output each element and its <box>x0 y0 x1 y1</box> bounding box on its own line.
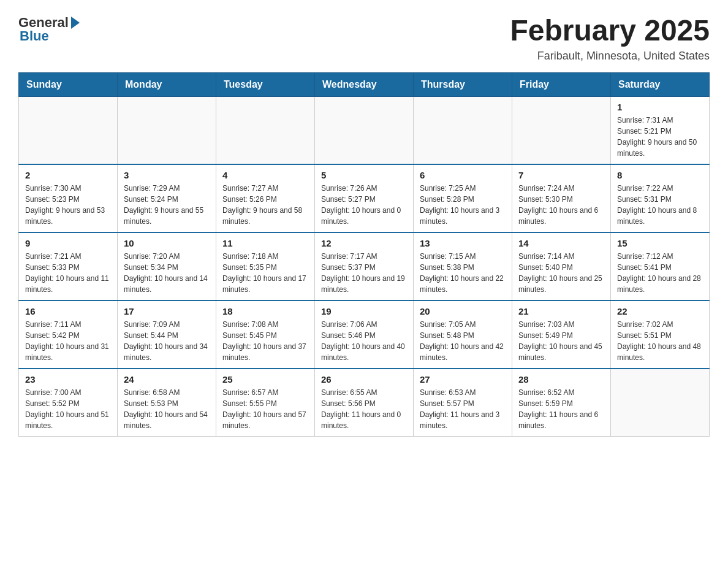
day-info: Sunrise: 6:52 AMSunset: 5:59 PMDaylight:… <box>518 387 604 431</box>
day-info: Sunrise: 7:26 AMSunset: 5:27 PMDaylight:… <box>321 183 407 227</box>
calendar-cell: 7Sunrise: 7:24 AMSunset: 5:30 PMDaylight… <box>512 164 611 232</box>
calendar-week-row: 16Sunrise: 7:11 AMSunset: 5:42 PMDayligh… <box>19 301 710 369</box>
calendar-cell <box>118 96 216 164</box>
day-info: Sunrise: 7:02 AMSunset: 5:51 PMDaylight:… <box>617 319 703 363</box>
calendar-cell: 15Sunrise: 7:12 AMSunset: 5:41 PMDayligh… <box>611 232 710 301</box>
day-number: 16 <box>25 306 111 316</box>
logo-arrow-icon <box>71 17 80 29</box>
calendar-cell: 9Sunrise: 7:21 AMSunset: 5:33 PMDaylight… <box>19 232 118 301</box>
day-info: Sunrise: 7:05 AMSunset: 5:48 PMDaylight:… <box>420 319 506 363</box>
day-number: 14 <box>518 238 604 248</box>
day-number: 17 <box>124 306 210 316</box>
calendar-cell: 6Sunrise: 7:25 AMSunset: 5:28 PMDaylight… <box>414 164 512 232</box>
day-info: Sunrise: 6:53 AMSunset: 5:57 PMDaylight:… <box>420 387 506 431</box>
day-number: 9 <box>25 238 111 248</box>
calendar-cell: 25Sunrise: 6:57 AMSunset: 5:55 PMDayligh… <box>216 369 315 437</box>
day-of-week-header: Tuesday <box>216 72 315 96</box>
calendar-cell: 3Sunrise: 7:29 AMSunset: 5:24 PMDaylight… <box>118 164 216 232</box>
day-info: Sunrise: 7:30 AMSunset: 5:23 PMDaylight:… <box>25 183 111 227</box>
calendar-cell: 27Sunrise: 6:53 AMSunset: 5:57 PMDayligh… <box>414 369 512 437</box>
day-info: Sunrise: 7:08 AMSunset: 5:45 PMDaylight:… <box>222 319 308 363</box>
calendar-cell: 17Sunrise: 7:09 AMSunset: 5:44 PMDayligh… <box>118 301 216 369</box>
day-number: 2 <box>25 170 111 180</box>
day-of-week-header: Sunday <box>19 72 118 96</box>
calendar-table: SundayMondayTuesdayWednesdayThursdayFrid… <box>18 72 710 437</box>
logo: General Blue <box>18 15 80 44</box>
calendar-week-row: 2Sunrise: 7:30 AMSunset: 5:23 PMDaylight… <box>19 164 710 232</box>
day-info: Sunrise: 7:29 AMSunset: 5:24 PMDaylight:… <box>124 183 210 227</box>
calendar-cell: 8Sunrise: 7:22 AMSunset: 5:31 PMDaylight… <box>611 164 710 232</box>
calendar-header-row: SundayMondayTuesdayWednesdayThursdayFrid… <box>19 72 710 96</box>
day-number: 13 <box>420 238 506 248</box>
day-info: Sunrise: 7:12 AMSunset: 5:41 PMDaylight:… <box>617 251 703 295</box>
day-of-week-header: Thursday <box>414 72 512 96</box>
calendar-cell <box>19 96 118 164</box>
day-info: Sunrise: 7:20 AMSunset: 5:34 PMDaylight:… <box>124 251 210 295</box>
calendar-cell: 4Sunrise: 7:27 AMSunset: 5:26 PMDaylight… <box>216 164 315 232</box>
calendar-cell: 5Sunrise: 7:26 AMSunset: 5:27 PMDaylight… <box>315 164 414 232</box>
day-number: 1 <box>617 102 703 112</box>
calendar-cell: 24Sunrise: 6:58 AMSunset: 5:53 PMDayligh… <box>118 369 216 437</box>
day-of-week-header: Friday <box>512 72 611 96</box>
day-of-week-header: Saturday <box>611 72 710 96</box>
calendar-cell: 10Sunrise: 7:20 AMSunset: 5:34 PMDayligh… <box>118 232 216 301</box>
day-number: 19 <box>321 306 407 316</box>
day-number: 11 <box>222 238 308 248</box>
day-info: Sunrise: 6:55 AMSunset: 5:56 PMDaylight:… <box>321 387 407 431</box>
title-block: February 2025 Faribault, Minnesota, Unit… <box>510 15 710 63</box>
calendar-cell: 18Sunrise: 7:08 AMSunset: 5:45 PMDayligh… <box>216 301 315 369</box>
day-info: Sunrise: 7:25 AMSunset: 5:28 PMDaylight:… <box>420 183 506 227</box>
calendar-cell: 14Sunrise: 7:14 AMSunset: 5:40 PMDayligh… <box>512 232 611 301</box>
day-info: Sunrise: 7:18 AMSunset: 5:35 PMDaylight:… <box>222 251 308 295</box>
day-info: Sunrise: 7:09 AMSunset: 5:44 PMDaylight:… <box>124 319 210 363</box>
day-info: Sunrise: 7:22 AMSunset: 5:31 PMDaylight:… <box>617 183 703 227</box>
day-info: Sunrise: 7:31 AMSunset: 5:21 PMDaylight:… <box>617 115 703 159</box>
day-number: 22 <box>617 306 703 316</box>
day-number: 10 <box>124 238 210 248</box>
day-number: 12 <box>321 238 407 248</box>
day-number: 27 <box>420 374 506 385</box>
day-info: Sunrise: 7:00 AMSunset: 5:52 PMDaylight:… <box>25 387 111 431</box>
calendar-cell: 2Sunrise: 7:30 AMSunset: 5:23 PMDaylight… <box>19 164 118 232</box>
day-info: Sunrise: 7:03 AMSunset: 5:49 PMDaylight:… <box>518 319 604 363</box>
day-info: Sunrise: 7:14 AMSunset: 5:40 PMDaylight:… <box>518 251 604 295</box>
day-number: 24 <box>124 374 210 385</box>
day-info: Sunrise: 6:57 AMSunset: 5:55 PMDaylight:… <box>222 387 308 431</box>
month-year-title: February 2025 <box>510 15 710 47</box>
day-info: Sunrise: 7:27 AMSunset: 5:26 PMDaylight:… <box>222 183 308 227</box>
calendar-cell: 21Sunrise: 7:03 AMSunset: 5:49 PMDayligh… <box>512 301 611 369</box>
calendar-cell <box>315 96 414 164</box>
day-number: 25 <box>222 374 308 385</box>
calendar-cell: 28Sunrise: 6:52 AMSunset: 5:59 PMDayligh… <box>512 369 611 437</box>
day-of-week-header: Monday <box>118 72 216 96</box>
calendar-cell <box>216 96 315 164</box>
calendar-cell: 1Sunrise: 7:31 AMSunset: 5:21 PMDaylight… <box>611 96 710 164</box>
calendar-cell: 16Sunrise: 7:11 AMSunset: 5:42 PMDayligh… <box>19 301 118 369</box>
day-number: 23 <box>25 374 111 385</box>
day-number: 8 <box>617 170 703 180</box>
calendar-cell <box>512 96 611 164</box>
location-subtitle: Faribault, Minnesota, United States <box>510 50 710 63</box>
calendar-cell <box>414 96 512 164</box>
day-number: 6 <box>420 170 506 180</box>
calendar-cell: 26Sunrise: 6:55 AMSunset: 5:56 PMDayligh… <box>315 369 414 437</box>
calendar-cell: 22Sunrise: 7:02 AMSunset: 5:51 PMDayligh… <box>611 301 710 369</box>
day-info: Sunrise: 7:24 AMSunset: 5:30 PMDaylight:… <box>518 183 604 227</box>
calendar-cell: 12Sunrise: 7:17 AMSunset: 5:37 PMDayligh… <box>315 232 414 301</box>
day-number: 5 <box>321 170 407 180</box>
day-number: 28 <box>518 374 604 385</box>
page-header: General Blue February 2025 Faribault, Mi… <box>18 15 710 63</box>
day-info: Sunrise: 7:11 AMSunset: 5:42 PMDaylight:… <box>25 319 111 363</box>
day-number: 3 <box>124 170 210 180</box>
calendar-week-row: 1Sunrise: 7:31 AMSunset: 5:21 PMDaylight… <box>19 96 710 164</box>
calendar-cell: 23Sunrise: 7:00 AMSunset: 5:52 PMDayligh… <box>19 369 118 437</box>
calendar-cell: 13Sunrise: 7:15 AMSunset: 5:38 PMDayligh… <box>414 232 512 301</box>
day-info: Sunrise: 6:58 AMSunset: 5:53 PMDaylight:… <box>124 387 210 431</box>
day-number: 26 <box>321 374 407 385</box>
calendar-cell: 11Sunrise: 7:18 AMSunset: 5:35 PMDayligh… <box>216 232 315 301</box>
day-number: 21 <box>518 306 604 316</box>
day-info: Sunrise: 7:06 AMSunset: 5:46 PMDaylight:… <box>321 319 407 363</box>
calendar-cell: 19Sunrise: 7:06 AMSunset: 5:46 PMDayligh… <box>315 301 414 369</box>
calendar-cell <box>611 369 710 437</box>
calendar-week-row: 23Sunrise: 7:00 AMSunset: 5:52 PMDayligh… <box>19 369 710 437</box>
